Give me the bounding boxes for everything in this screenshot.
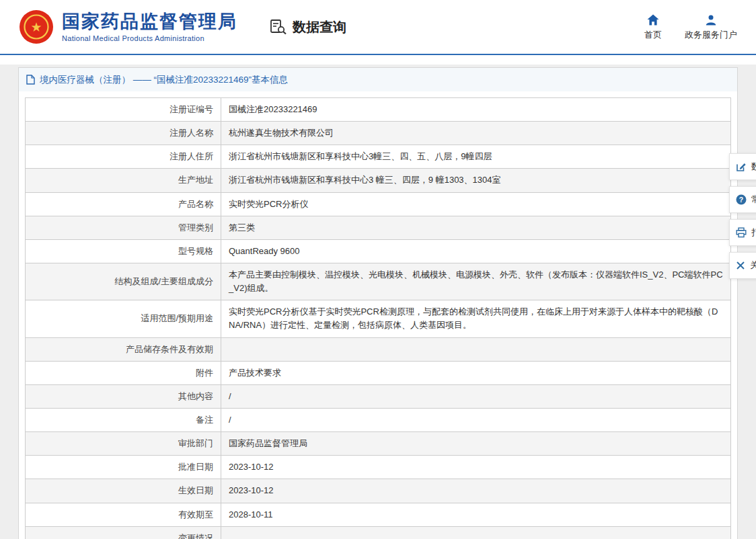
row-value: 2023-10-12 — [221, 479, 731, 503]
edit-icon — [736, 161, 747, 172]
row-label: 型号规格 — [26, 239, 221, 263]
question-icon: ? — [736, 194, 747, 205]
svg-text:★: ★ — [30, 20, 42, 34]
row-value — [221, 526, 731, 539]
row-label: 生效日期 — [26, 479, 221, 503]
data-query-title: 数据查询 — [270, 18, 346, 36]
nav-portal-label: 政务服务门户 — [685, 29, 737, 41]
registration-info-table: 注册证编号国械注准20233221469 注册人名称杭州遂真生物技术有限公司 注… — [25, 97, 731, 539]
row-value: 2023-10-12 — [221, 456, 731, 479]
nav-portal[interactable]: 政务服务门户 — [685, 13, 737, 41]
home-icon — [646, 13, 660, 27]
row-value: / — [221, 384, 731, 408]
row-value: 实时荧光PCR分析仪 — [221, 192, 731, 216]
user-icon — [704, 13, 718, 27]
table-row: 备注/ — [26, 408, 731, 431]
org-name-cn: 国家药品监督管理局 — [62, 11, 237, 32]
row-label: 适用范围/预期用途 — [26, 300, 221, 337]
panel-item-print[interactable]: 打 — [729, 219, 756, 246]
table-row: 审批部门国家药品监督管理局 — [26, 432, 731, 456]
info-table-wrap: 注册证编号国械注准20233221469 注册人名称杭州遂真生物技术有限公司 注… — [19, 91, 737, 539]
row-label: 审批部门 — [26, 432, 221, 456]
row-label: 批准日期 — [26, 456, 221, 479]
table-row: 变更情况 — [26, 526, 731, 539]
close-icon — [736, 261, 745, 270]
panel-item-label: 关 — [750, 259, 756, 272]
breadcrumb-text: 境内医疗器械（注册） —— “国械注准20233221469”基本信息 — [40, 74, 288, 86]
panel-item-faq[interactable]: ? 常 — [729, 186, 756, 213]
table-row: 批准日期2023-10-12 — [26, 456, 731, 479]
nav-home[interactable]: 首页 — [644, 13, 662, 41]
table-row: 结构及组成/主要组成成分本产品主要由控制模块、温控模块、光电模块、机械模块、电源… — [26, 263, 731, 300]
page-header: ★ 国家药品监督管理局 National Medical Products Ad… — [0, 0, 756, 54]
row-value: 本产品主要由控制模块、温控模块、光电模块、机械模块、电源模块、外壳、软件（发布版… — [221, 263, 731, 300]
svg-text:?: ? — [739, 196, 743, 204]
row-value: 2028-10-11 — [221, 503, 731, 526]
row-label: 产品储存条件及有效期 — [26, 337, 221, 361]
header-divider — [0, 54, 756, 55]
table-row: 适用范围/预期用途实时荧光PCR分析仪基于实时荧光PCR检测原理，与配套的检测试… — [26, 300, 731, 337]
row-value: 杭州遂真生物技术有限公司 — [221, 122, 731, 145]
table-row: 其他内容/ — [26, 384, 731, 408]
top-nav: 首页 政务服务门户 — [644, 13, 737, 41]
table-row: 注册人住所浙江省杭州市钱塘新区和享科技中心3幢三、四、五、八层，9幢四层 — [26, 145, 731, 169]
row-value: QuantReady 9600 — [221, 239, 731, 263]
row-value: 浙江省杭州市钱塘新区和享科技中心3 幢三、四层，9 幢1303、1304室 — [221, 169, 731, 192]
row-label: 管理类别 — [26, 216, 221, 239]
table-row: 有效期至2028-10-11 — [26, 503, 731, 526]
row-value: 国械注准20233221469 — [221, 98, 731, 122]
main-area: 境内医疗器械（注册） —— “国械注准20233221469”基本信息 注册证编… — [0, 65, 756, 539]
data-query-icon — [270, 19, 288, 36]
table-row: 生效日期2023-10-12 — [26, 479, 731, 503]
table-row: 注册证编号国械注准20233221469 — [26, 98, 731, 122]
row-label: 注册人名称 — [26, 122, 221, 145]
row-value — [221, 337, 731, 361]
row-label: 生产地址 — [26, 169, 221, 192]
panel-item-label: 常 — [751, 194, 756, 206]
row-value: 实时荧光PCR分析仪基于实时荧光PCR检测原理，与配套的检测试剂共同使用，在临床… — [221, 300, 731, 337]
panel-item-close[interactable]: 关 — [729, 252, 756, 279]
row-label: 注册证编号 — [26, 98, 221, 122]
table-row: 型号规格QuantReady 9600 — [26, 239, 731, 263]
table-row: 管理类别第三类 — [26, 216, 731, 239]
breadcrumb: 境内医疗器械（注册） —— “国械注准20233221469”基本信息 — [19, 68, 737, 91]
row-label: 结构及组成/主要组成成分 — [26, 263, 221, 300]
nav-home-label: 首页 — [644, 29, 662, 41]
document-icon — [26, 75, 35, 85]
panel-item-label: 数 — [751, 161, 756, 173]
row-label: 有效期至 — [26, 503, 221, 526]
row-label: 注册人住所 — [26, 145, 221, 169]
content-box: 境内医疗器械（注册） —— “国械注准20233221469”基本信息 注册证编… — [18, 67, 738, 539]
org-name-en: National Medical Products Administration — [62, 34, 237, 42]
row-label: 其他内容 — [26, 384, 221, 408]
panel-item-feedback[interactable]: 数 — [729, 153, 756, 180]
row-value: 产品技术要求 — [221, 361, 731, 384]
row-value: / — [221, 408, 731, 431]
table-row: 附件产品技术要求 — [26, 361, 731, 384]
row-label: 产品名称 — [26, 192, 221, 216]
table-row: 生产地址浙江省杭州市钱塘新区和享科技中心3 幢三、四层，9 幢1303、1304… — [26, 169, 731, 192]
row-label: 备注 — [26, 408, 221, 431]
row-value: 第三类 — [221, 216, 731, 239]
row-value: 浙江省杭州市钱塘新区和享科技中心3幢三、四、五、八层，9幢四层 — [221, 145, 731, 169]
row-label: 附件 — [26, 361, 221, 384]
floating-tool-panel: 数 ? 常 打 关 — [729, 153, 756, 279]
data-query-label: 数据查询 — [293, 18, 346, 36]
table-row: 产品储存条件及有效期 — [26, 337, 731, 361]
panel-item-label: 打 — [751, 226, 756, 239]
table-row: 注册人名称杭州遂真生物技术有限公司 — [26, 122, 731, 145]
table-row: 产品名称实时荧光PCR分析仪 — [26, 192, 731, 216]
org-names: 国家药品监督管理局 National Medical Products Admi… — [62, 11, 237, 42]
print-icon — [736, 227, 747, 238]
nmpa-emblem-logo: ★ — [19, 9, 54, 44]
row-value: 国家药品监督管理局 — [221, 432, 731, 456]
row-label: 变更情况 — [26, 526, 221, 539]
